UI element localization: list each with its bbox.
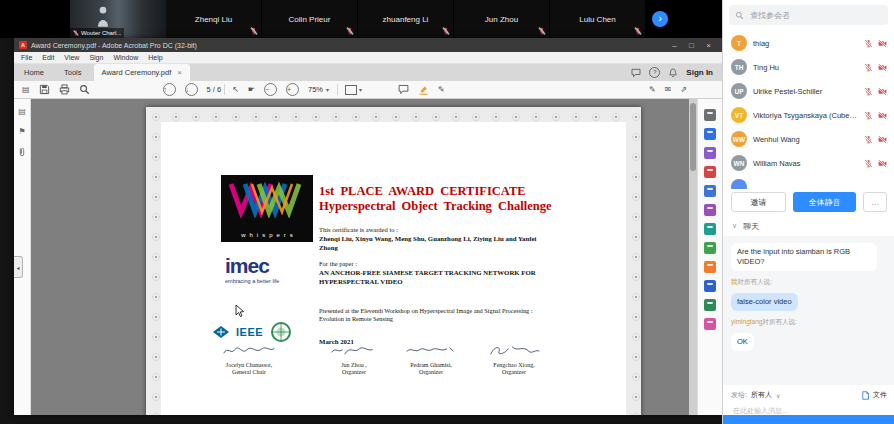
participant-row[interactable]: UP Ulrike Pestel-Schiller — [723, 79, 894, 103]
participant-tile[interactable]: Jun Zhou — [454, 0, 549, 38]
tab-close-icon[interactable]: × — [177, 68, 182, 77]
find-icon[interactable] — [79, 84, 90, 95]
tool-create-pdf-icon[interactable] — [704, 166, 716, 178]
participant-row[interactable] — [723, 175, 894, 189]
panels-icon[interactable]: ▤ — [22, 85, 30, 94]
page-indicator[interactable]: 5 / 6 — [207, 85, 222, 94]
zoom-caret-icon[interactable]: ▾ — [326, 86, 329, 93]
previous-page-button[interactable]: ↑ — [163, 83, 176, 96]
send-to-select[interactable]: 所有人 — [751, 390, 772, 400]
tool-fill-sign-icon[interactable] — [704, 223, 716, 235]
tool-combine-files-icon[interactable] — [704, 185, 716, 197]
menu-help[interactable]: Help — [148, 54, 162, 61]
page-view-icon[interactable] — [345, 85, 357, 95]
save-icon[interactable] — [39, 84, 50, 95]
signatory-role: Organizer — [385, 369, 477, 376]
invite-button[interactable]: 邀请 — [731, 192, 786, 212]
select-tool-icon[interactable]: ↖ — [232, 85, 239, 94]
tool-stamp-icon[interactable] — [704, 147, 716, 159]
active-speaker-tile[interactable]: Wouter Charl... — [70, 0, 166, 38]
camera-off-icon[interactable] — [878, 111, 887, 120]
participant-tile[interactable]: Lulu Chen — [550, 0, 645, 38]
pdf-app-icon: A — [19, 41, 27, 49]
sign-pen-icon[interactable]: ✎ — [649, 85, 656, 94]
nav-panel-toggle[interactable]: ◂ — [14, 256, 23, 278]
menu-file[interactable]: File — [21, 54, 32, 61]
tool-protect-icon[interactable] — [704, 299, 716, 311]
scrollbar-thumb[interactable] — [690, 103, 696, 171]
tool-organize-pages-icon[interactable] — [704, 261, 716, 273]
chat-input[interactable] — [731, 406, 887, 415]
menu-edit[interactable]: Edit — [42, 54, 54, 61]
pdf-page[interactable]: whispers 1st PLACE AWARD CERTIFICATE Hyp… — [146, 107, 641, 415]
share-icon[interactable]: ⇗ — [680, 85, 687, 94]
participant-list: T thiag TH Ting Hu UP Ulrike Pestel-Schi… — [723, 31, 894, 189]
participant-tile[interactable]: zhuanfeng Li — [358, 0, 453, 38]
tool-find-icon[interactable] — [704, 109, 716, 121]
close-button[interactable]: × — [700, 41, 717, 50]
camera-off-icon[interactable] — [878, 63, 887, 72]
window-titlebar[interactable]: A Award Ceremony.pdf - Adobe Acrobat Pro… — [14, 38, 722, 52]
pencil-icon[interactable]: ✎ — [438, 85, 445, 94]
camera-off-icon[interactable] — [878, 87, 887, 96]
zoom-level[interactable]: 75% — [308, 85, 323, 94]
send-to-caret-icon[interactable]: ∨ — [776, 392, 780, 399]
mic-muted-icon[interactable] — [864, 39, 873, 48]
participant-tile[interactable]: Colin Prieur — [262, 0, 357, 38]
mic-muted-icon[interactable] — [864, 111, 873, 120]
mic-muted-icon[interactable] — [864, 159, 873, 168]
maximize-button[interactable]: □ — [683, 41, 700, 50]
page-view-caret-icon[interactable]: ▾ — [359, 86, 362, 93]
camera-off-icon[interactable] — [878, 135, 887, 144]
feedback-bubble-icon[interactable] — [631, 68, 641, 78]
participant-row[interactable]: T thiag — [723, 31, 894, 55]
strip-next-button[interactable]: › — [652, 11, 668, 27]
hand-tool-icon[interactable]: ☛ — [248, 85, 255, 94]
menu-window[interactable]: Window — [113, 54, 138, 61]
camera-off-icon[interactable] — [878, 159, 887, 168]
next-page-button[interactable]: ↓ — [185, 83, 198, 96]
file-button[interactable]: 文件 — [861, 390, 887, 400]
highlighter-icon[interactable] — [418, 84, 429, 95]
comment-bubble-icon[interactable] — [398, 84, 409, 95]
more-actions-button[interactable]: … — [863, 192, 887, 212]
tool-export-pdf-icon[interactable] — [704, 280, 716, 292]
vertical-scrollbar[interactable] — [689, 99, 697, 415]
document-area[interactable]: whispers 1st PLACE AWARD CERTIFICATE Hyp… — [31, 99, 697, 415]
tool-edit-pdf-icon[interactable] — [704, 204, 716, 216]
tab-home[interactable]: Home — [14, 64, 54, 81]
search-input[interactable] — [748, 10, 882, 21]
chevron-down-icon[interactable]: ∨ — [732, 222, 737, 230]
bookmarks-icon[interactable]: ⚑ — [18, 127, 25, 136]
help-icon[interactable]: ? — [649, 67, 660, 78]
participant-row[interactable]: WN William Navas — [723, 151, 894, 175]
sign-in-button[interactable]: Sign In — [686, 68, 713, 77]
menu-sign[interactable]: Sign — [89, 54, 103, 61]
send-envelope-icon[interactable]: ✉ — [665, 85, 672, 94]
tab-tools[interactable]: Tools — [54, 64, 92, 81]
mic-muted-icon[interactable] — [864, 63, 873, 72]
tool-comment-icon[interactable] — [704, 128, 716, 140]
participant-search[interactable] — [729, 5, 888, 25]
tool-send-review-icon[interactable] — [704, 318, 716, 330]
mute-all-button[interactable]: 全体静音 — [793, 192, 856, 212]
chat-messages[interactable]: Are the input into siamban is RGB VIDEO?… — [723, 236, 894, 385]
menu-view[interactable]: View — [64, 54, 79, 61]
zoom-out-button[interactable]: − — [264, 83, 277, 96]
mic-muted-icon[interactable] — [864, 87, 873, 96]
minimize-button[interactable]: – — [666, 41, 683, 50]
chat-header[interactable]: ∨ 聊天 — [723, 218, 894, 234]
participant-row[interactable]: TH Ting Hu — [723, 55, 894, 79]
participant-row[interactable]: VT Viktoriya Tsyganskaya (Cubert G... — [723, 103, 894, 127]
mic-muted-icon[interactable] — [864, 135, 873, 144]
tool-compress-icon[interactable] — [704, 242, 716, 254]
tab-document[interactable]: Award Ceremony.pdf × — [94, 64, 190, 81]
print-icon[interactable] — [59, 84, 70, 95]
participant-tile[interactable]: Zhenqi Liu — [166, 0, 261, 38]
notifications-bell-icon[interactable] — [668, 68, 678, 78]
camera-off-icon[interactable] — [878, 39, 887, 48]
page-thumbnails-icon[interactable]: ▤ — [18, 107, 26, 116]
attachments-clip-icon[interactable] — [17, 147, 27, 157]
participant-row[interactable]: WW Wenhui Wang — [723, 127, 894, 151]
zoom-in-button[interactable]: + — [286, 83, 299, 96]
